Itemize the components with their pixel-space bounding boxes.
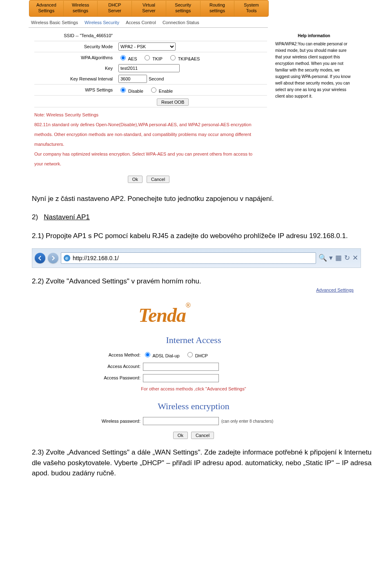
simple-ok-button[interactable]: Ok <box>173 432 188 439</box>
adsl-option[interactable]: ADSL Dial-up <box>143 351 180 359</box>
stop-icon[interactable]: ✕ <box>352 253 358 263</box>
help-title: Help information <box>275 33 353 39</box>
advanced-settings-link[interactable]: Advanced Settings <box>32 287 354 294</box>
access-password-label: Access Password: <box>91 374 140 381</box>
wps-label: WPS Settings <box>34 87 118 92</box>
access-method-label: Access Method: <box>91 352 140 359</box>
alg-aes-option[interactable]: AES <box>118 54 137 61</box>
url-text: http://192.168.0.1/ <box>73 254 119 263</box>
cancel-button[interactable]: Cancel <box>147 176 169 183</box>
subnav-status[interactable]: Connection Status <box>163 20 199 25</box>
wireless-password-label: Wireless password: <box>91 418 140 425</box>
nav-wireless[interactable]: Wirelesssettings <box>64 1 98 16</box>
doc-p1: Nyní je z části nastaveno AP2. Ponechejt… <box>32 194 372 204</box>
nav-dhcp[interactable]: DHCPServer <box>98 1 132 16</box>
url-field[interactable]: http://192.168.0.1/ <box>61 252 316 264</box>
main-nav: AdvancedSettings Wirelesssettings DHCPSe… <box>29 0 269 17</box>
ok-button[interactable]: Ok <box>128 176 143 183</box>
doc-step-2-2: 2.2) Zvolte "Advanced Settings" v pravém… <box>32 276 372 287</box>
access-password-input[interactable] <box>143 374 219 382</box>
forward-icon[interactable] <box>48 253 58 263</box>
sub-nav: Wireless Basic Settings Wireless Securit… <box>29 17 268 28</box>
help-panel: Help information WPA/WPA2:You can enable… <box>273 28 355 185</box>
wireless-password-hint: (can only enter 8 characters) <box>221 418 273 424</box>
back-icon[interactable] <box>35 253 45 263</box>
access-account-label: Access Account: <box>91 363 140 370</box>
reset-oob-button[interactable]: Reset OOB <box>157 98 189 106</box>
security-mode-select[interactable]: WPA2 - PSK <box>118 42 176 51</box>
wps-enable-option[interactable]: Enable <box>149 86 173 94</box>
dhcp-option[interactable]: DHCP <box>185 351 208 359</box>
nav-system[interactable]: SystemTools <box>234 1 268 16</box>
renew-label: Key Renewal Interval <box>34 76 118 81</box>
key-input[interactable] <box>118 64 180 72</box>
doc-step-2-3: 2.3) Zvolte „Advanced Settings" a dále „… <box>32 447 372 479</box>
help-body: WPA/WPA2:You can enable personal or mixe… <box>275 41 353 100</box>
tenda-simple-panel: Advanced Settings Tenda® Internet Access… <box>32 287 355 439</box>
access-account-input[interactable] <box>143 363 219 371</box>
search-icon[interactable]: 🔍 ▾ <box>318 253 333 263</box>
renew-unit: Second <box>149 76 164 81</box>
subnav-access[interactable]: Access Control <box>126 20 156 25</box>
wpa-alg-label: WPA Algorithms <box>34 55 118 60</box>
security-note: Note: Wireless Security Settings 802.11n… <box>34 110 261 169</box>
wireless-encryption-heading: Wireless encryption <box>32 399 355 413</box>
security-mode-label: Security Mode <box>34 44 118 49</box>
ie-icon <box>64 255 70 261</box>
refresh-icon[interactable]: ↻ <box>344 253 350 263</box>
tenda-logo: Tenda® <box>138 301 249 326</box>
browser-address-bar: http://192.168.0.1/ 🔍 ▾ ▦ ↻ ✕ <box>32 248 361 268</box>
wireless-password-input[interactable] <box>143 417 219 425</box>
router-config-screenshot: AdvancedSettings Wirelesssettings DHCPSe… <box>29 0 392 185</box>
renew-input[interactable] <box>118 75 147 83</box>
ssid-label: SSID -- "Tenda_466510" <box>34 33 118 38</box>
simple-cancel-button[interactable]: Cancel <box>191 432 214 439</box>
access-hint: For other access methods ,click "Advance… <box>91 386 296 392</box>
nav-advanced[interactable]: AdvancedSettings <box>29 1 64 16</box>
alg-tkip-option[interactable]: TKIP <box>143 54 162 61</box>
nav-security[interactable]: Securitysettings <box>166 1 200 16</box>
key-label: Key <box>34 66 118 71</box>
doc-heading-2: 2) Nastavení AP1 <box>32 212 372 223</box>
internet-access-heading: Internet Access <box>32 333 355 347</box>
compat-icon[interactable]: ▦ <box>335 253 342 263</box>
subnav-security[interactable]: Wireless Security <box>85 20 119 25</box>
alg-both-option[interactable]: TKIP&AES <box>168 54 200 61</box>
nav-virtual[interactable]: VirtualServer <box>132 1 166 16</box>
subnav-basic[interactable]: Wireless Basic Settings <box>31 20 78 25</box>
nav-routing[interactable]: Routingsettings <box>200 1 235 16</box>
doc-step-2-1: 2.1) Propojte AP1 s PC pomocí kabelu RJ4… <box>32 231 372 241</box>
wps-disable-option[interactable]: Disable <box>118 86 143 94</box>
